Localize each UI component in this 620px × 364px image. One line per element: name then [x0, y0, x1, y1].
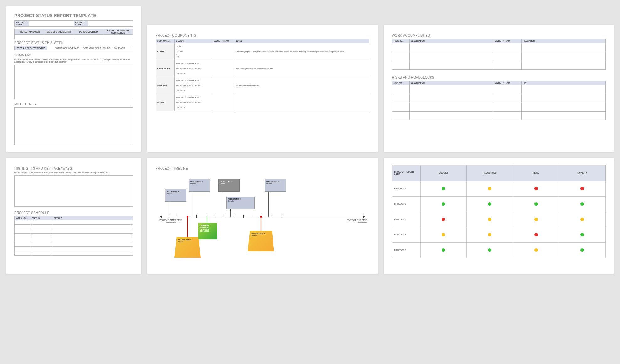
roadblock-1: ROADBLOCK 1Details	[174, 237, 201, 258]
status-light	[580, 218, 584, 221]
page-report-card: PROJECT REPORT CARD BUDGET RESOURCES RIS…	[384, 158, 614, 274]
table-row	[15, 220, 133, 225]
summary-title: SUMMARY	[14, 54, 133, 57]
status-light	[442, 202, 445, 206]
roadblock-2: ROADBLOCK 2Details	[248, 231, 274, 251]
schedule-table: WEEK NO. STATUS DETAILS	[14, 216, 133, 256]
status-light	[442, 218, 445, 221]
table-row: TIMELINE ROADBLOCK / OVERAGE - POTENTIAL…	[156, 77, 369, 94]
status-light	[534, 218, 538, 221]
table-row	[392, 103, 606, 112]
table-row: SCOPE ROADBLOCK / OVERAGE - POTENTIAL RI…	[156, 94, 369, 111]
table-row	[15, 242, 133, 247]
meta-name-label: PROJECT NAME	[15, 21, 29, 27]
status-light	[488, 248, 491, 252]
highlights-box[interactable]	[14, 175, 133, 207]
highlights-desc: Bullets of great work, who owns what, wh…	[14, 171, 133, 174]
table-row	[15, 225, 133, 229]
current-position: CURRENT TIMELINE POSITION 00/00/0000	[198, 223, 217, 239]
table-row	[392, 112, 606, 120]
status-light	[580, 233, 584, 236]
status-light	[534, 233, 538, 236]
status-bar: OVERALL PROJECT STATUS ROADBLOCK / OVERA…	[14, 46, 133, 50]
table-row	[15, 229, 133, 234]
milestone-3: MILESTONE 3Details	[218, 179, 240, 192]
table-row	[392, 52, 606, 61]
milestone-2: MILESTONE 2Details	[189, 179, 210, 192]
meta-name-value[interactable]	[29, 21, 74, 27]
table-row: BUDGET OVER - UNDER - ON Call out highli…	[156, 43, 369, 60]
page-status-report: PROJECT STATUS REPORT TEMPLATE PROJECT N…	[6, 6, 141, 152]
milestone-1: MILESTONE 1Details	[165, 189, 186, 202]
components-title: PROJECT COMPONENTS	[156, 34, 369, 37]
status-light	[488, 187, 491, 190]
dates-table: PROJECT MANAGER DATE OF STATUS ENTRY PER…	[14, 29, 133, 39]
status-bar-label: OVERALL PROJECT STATUS	[15, 46, 47, 50]
page-highlights-schedule: HIGHLIGHTS AND KEY TAKEAWAYS Bullets of …	[6, 158, 141, 274]
status-light	[442, 187, 445, 190]
table-row: PROJECT 5	[392, 242, 606, 258]
meta-code-value[interactable]	[88, 21, 133, 27]
status-light	[534, 202, 538, 206]
table-row: RESOURCES ROADBLOCK / OVERAGE - POTENTIA…	[156, 60, 369, 77]
status-light	[488, 233, 491, 236]
page-work-risks: WORK ACCOMPLISHED TASK NO. DESCRIPTION O…	[384, 25, 614, 152]
table-row	[392, 61, 606, 70]
work-table: TASK NO. DESCRIPTION OWNER / TEAM RECEPT…	[392, 39, 606, 70]
summary-desc: Enter information here about overall sta…	[14, 58, 133, 64]
summary-box[interactable]	[14, 65, 133, 99]
meta-code-label: PROJECT CODE	[74, 21, 88, 27]
milestones-title: MILESTONES	[14, 103, 133, 106]
table-row	[392, 43, 606, 52]
status-light	[488, 202, 491, 206]
status-bar-options[interactable]: ROADBLOCK / OVERAGE| POTENTIAL RISKS / D…	[47, 46, 133, 50]
status-light	[488, 218, 491, 221]
table-row	[15, 234, 133, 238]
table-row: PROJECT 2	[392, 196, 606, 212]
status-light	[442, 233, 445, 236]
highlights-title: HIGHLIGHTS AND KEY TAKEAWAYS	[14, 167, 133, 170]
status-light	[442, 248, 445, 252]
page-title: PROJECT STATUS REPORT TEMPLATE	[14, 13, 133, 18]
components-table: COMPONENT STATUS OWNER / TEAM NOTES BUDG…	[156, 39, 369, 111]
status-light	[580, 248, 584, 252]
table-row	[15, 238, 133, 242]
timeline-title: PROJECT TIMELINE	[156, 167, 369, 170]
table-row	[392, 94, 606, 103]
dates-period-label: PERIOD COVERED	[74, 29, 103, 35]
page-components: PROJECT COMPONENTS COMPONENT STATUS OWNE…	[147, 25, 378, 152]
table-row: PROJECT 1	[392, 181, 606, 196]
risks-title: RISKS AND ROADBLOCKS	[392, 76, 606, 79]
timeline-chart: MILESTONE 1Details MILESTONE 2Details MI…	[156, 173, 369, 267]
page-timeline: PROJECT TIMELINE MILESTONE 1Details MILE…	[147, 158, 378, 274]
schedule-title: PROJECT SCHEDULE	[14, 211, 133, 214]
table-row	[15, 247, 133, 251]
timeline-end: PROJECT END DATE00/00/0000	[342, 219, 367, 224]
risks-table: RISK NO. DESCRIPTION OWNER / TEAM FIX	[392, 81, 606, 120]
status-light	[580, 202, 584, 206]
milestones-box[interactable]	[14, 107, 133, 145]
dates-entry-label: DATE OF STATUS ENTRY	[44, 29, 74, 35]
table-row: PROJECT 3	[392, 212, 606, 227]
status-light	[580, 187, 584, 190]
timeline-start: PROJECT START DATE00/00/0000	[158, 219, 183, 224]
report-card-table: PROJECT REPORT CARD BUDGET RESOURCES RIS…	[392, 165, 606, 258]
week-title: PROJECT STATUS THIS WEEK	[14, 41, 133, 45]
milestone-5: MILESTONE 5Details	[265, 179, 286, 192]
dates-completion-label: PROJECTED DATE OF COMPLETION	[103, 29, 133, 35]
table-row: PROJECT 4	[392, 227, 606, 242]
status-light	[534, 248, 538, 252]
dates-manager-label: PROJECT MANAGER	[15, 29, 44, 35]
status-light	[534, 187, 538, 190]
work-title: WORK ACCOMPLISHED	[392, 34, 606, 37]
table-row	[392, 85, 606, 94]
table-row	[15, 251, 133, 256]
milestone-4: MILESTONE 4Details	[226, 197, 255, 209]
meta-table: PROJECT NAME PROJECT CODE	[14, 20, 133, 27]
